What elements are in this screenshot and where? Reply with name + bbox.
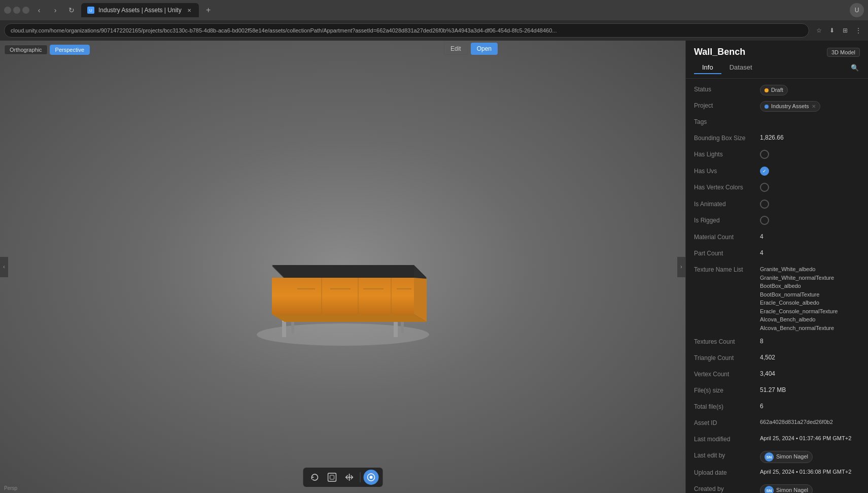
tags-row: Tags — [694, 117, 860, 128]
bounding-box-value: 1,826.66 — [760, 134, 860, 142]
nav-forward[interactable]: › — [49, 4, 62, 17]
panel-tabs: Info Dataset 🔍 — [694, 61, 860, 74]
download-icon[interactable]: ⬇ — [826, 25, 838, 36]
material-count-value: 4 — [760, 233, 860, 241]
is-animated-icon — [760, 200, 769, 209]
created-by-avatar: SN — [765, 486, 774, 493]
orthographic-view-button[interactable]: Orthographic — [4, 45, 48, 55]
panel-content: Status Draft Project Industry Assets ✕ — [686, 79, 868, 493]
asset-id-row: Asset ID 662a4028d831a27ded26f0b2 — [694, 418, 860, 430]
status-value: Draft — [760, 85, 860, 95]
pan-tool[interactable] — [341, 470, 357, 485]
texture-name-list-value: Granite_White_albedo Granite_White_norma… — [760, 265, 860, 332]
tab-dataset[interactable]: Dataset — [721, 61, 760, 74]
created-by-user-name: Simon Nagel — [776, 486, 808, 493]
created-by-row: Created by SN Simon Nagel — [694, 484, 860, 493]
svg-rect-1 — [330, 475, 334, 479]
triangle-count-row: Triangle Count 4,502 — [694, 353, 860, 365]
browser-action-icons: ☆ ⬇ ⊞ ⋮ — [813, 25, 864, 36]
project-row: Project Industry Assets ✕ — [694, 101, 860, 112]
panel-title: Wall_Bench — [694, 47, 745, 57]
browser-tab-active[interactable]: U Industry Assets | Assets | Unity ✕ — [81, 3, 199, 17]
collapse-panel-arrow[interactable]: ‹ — [0, 257, 8, 277]
address-bar[interactable]: cloud.unity.com/home/organizations/90714… — [4, 23, 809, 38]
is-rigged-row: Is Rigged — [694, 216, 860, 227]
right-panel: Wall_Bench 3D Model Info Dataset 🔍 Statu… — [685, 41, 868, 493]
is-animated-value — [760, 200, 860, 211]
viewport-bottom-toolbar — [303, 468, 383, 487]
bench-model — [231, 205, 455, 349]
rotate-tool[interactable] — [307, 470, 322, 485]
last-edit-avatar: SN — [765, 452, 774, 462]
3d-scene — [0, 41, 685, 493]
search-icon[interactable]: 🔍 — [850, 63, 860, 73]
has-uvs-row: Has Uvs ✓ — [694, 167, 860, 178]
nav-refresh[interactable]: ↻ — [65, 4, 78, 17]
expand-right-arrow[interactable]: › — [677, 257, 685, 277]
bench-front-face — [272, 278, 414, 314]
svg-point-3 — [369, 476, 372, 479]
window-controls — [4, 7, 29, 14]
has-uvs-value: ✓ — [760, 167, 860, 176]
is-animated-row: Is Animated — [694, 200, 860, 211]
edit-button[interactable]: Edit — [444, 43, 468, 55]
window-maximize[interactable] — [13, 7, 20, 14]
tab-title: Industry Assets | Assets | Unity — [98, 7, 182, 14]
triangle-count-value: 4,502 — [760, 353, 860, 362]
created-by-user-badge: SN Simon Nagel — [760, 484, 813, 493]
view-mode-toolbar: Orthographic Perspective — [4, 45, 90, 55]
last-edit-user-name: Simon Nagel — [776, 453, 808, 461]
part-count-label: Part Count — [694, 249, 760, 257]
texture-name-list-label: Texture Name List — [694, 265, 760, 273]
app-container: ✕ ⊡ ••• Edit Open Orthographic Perspecti… — [0, 41, 868, 493]
window-minimize[interactable] — [4, 7, 11, 14]
is-rigged-label: Is Rigged — [694, 216, 760, 224]
toolbar-divider — [360, 472, 360, 482]
browser-tab-bar: ‹ › ↻ U Industry Assets | Assets | Unity… — [0, 0, 868, 20]
new-tab-button[interactable]: + — [202, 4, 215, 17]
status-text: Draft — [771, 86, 783, 94]
extensions-icon[interactable]: ⊞ — [840, 25, 851, 36]
tab-close-button[interactable]: ✕ — [186, 7, 193, 14]
bounding-box-label: Bounding Box Size — [694, 134, 760, 142]
browser-chrome: ‹ › ↻ U Industry Assets | Assets | Unity… — [0, 0, 868, 41]
last-edit-by-row: Last edit by SN Simon Nagel — [694, 451, 860, 463]
asset-id-label: Asset ID — [694, 418, 760, 426]
address-bar-row: cloud.unity.com/home/organizations/90714… — [0, 20, 868, 41]
texture-name-list-row: Texture Name List Granite_White_albedo G… — [694, 265, 860, 332]
upload-date-value: April 25, 2024 • 01:36:08 PM GMT+2 — [760, 468, 860, 476]
bench-svg — [231, 205, 455, 347]
has-lights-label: Has Lights — [694, 150, 760, 158]
is-rigged-icon — [760, 216, 769, 225]
status-label: Status — [694, 85, 760, 93]
window-close[interactable] — [22, 7, 29, 14]
active-tool-button[interactable] — [363, 470, 378, 485]
vertex-count-value: 3,404 — [760, 370, 860, 378]
svg-rect-0 — [328, 473, 336, 481]
has-vertex-colors-label: Has Vertex Colors — [694, 183, 760, 191]
total-files-label: Total file(s) — [694, 402, 760, 410]
status-badge: Draft — [760, 85, 788, 95]
last-modified-row: Last modified April 25, 2024 • 01:37:46 … — [694, 435, 860, 446]
textures-count-value: 8 — [760, 337, 860, 346]
upload-date-label: Upload date — [694, 468, 760, 476]
total-files-row: Total file(s) 6 — [694, 402, 860, 413]
bounding-box-row: Bounding Box Size 1,826.66 — [694, 134, 860, 145]
bookmark-icon[interactable]: ☆ — [813, 25, 824, 36]
browser-menu[interactable]: ⋮ — [853, 25, 864, 36]
project-remove[interactable]: ✕ — [812, 103, 816, 110]
tab-info[interactable]: Info — [694, 61, 721, 74]
open-button[interactable]: Open — [471, 43, 498, 55]
upload-date-row: Upload date April 25, 2024 • 01:36:08 PM… — [694, 468, 860, 479]
has-vertex-colors-row: Has Vertex Colors — [694, 183, 860, 194]
browser-profile[interactable]: U — [850, 3, 864, 17]
tab-favicon: U — [87, 7, 94, 14]
perspective-view-button[interactable]: Perspective — [50, 45, 90, 55]
viewport-label-text: Persp — [4, 485, 17, 491]
file-size-label: File(s) size — [694, 386, 760, 394]
select-tool[interactable] — [324, 470, 339, 485]
part-count-row: Part Count 4 — [694, 249, 860, 260]
nav-back[interactable]: ‹ — [32, 4, 46, 17]
bench-right-face — [414, 278, 427, 322]
has-lights-row: Has Lights — [694, 150, 860, 161]
